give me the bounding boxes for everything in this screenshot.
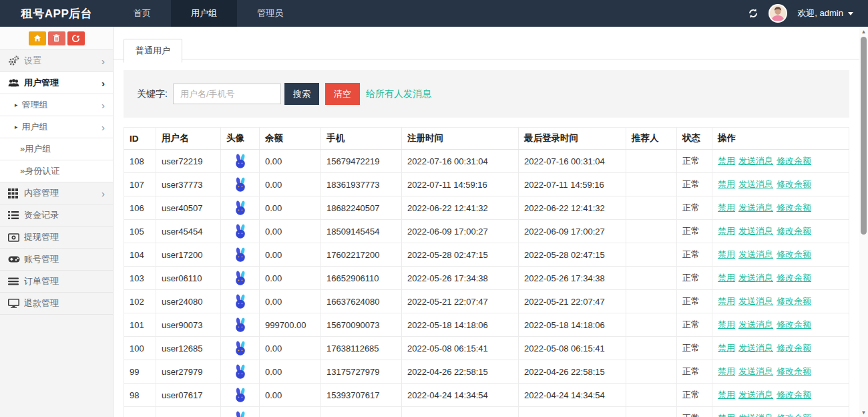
rabbit-avatar[interactable]: [233, 225, 248, 235]
nav-tab-home[interactable]: 首页: [114, 0, 171, 27]
cell-reg_time: 2022-05-08 06:15:41: [402, 337, 519, 360]
send-message-link[interactable]: 发送消息: [738, 390, 773, 400]
rabbit-avatar[interactable]: [233, 249, 248, 259]
cell-id: 104: [124, 243, 156, 267]
search-input[interactable]: [173, 84, 281, 104]
send-message-link[interactable]: 发送消息: [738, 319, 773, 329]
cell-username: user17200: [156, 243, 221, 267]
refund-management-icon: [8, 299, 24, 308]
sidebar-item-user-group-sub[interactable]: »用户组: [0, 138, 113, 160]
modify-balance-link[interactable]: 修改余额: [777, 179, 811, 189]
modify-balance-link[interactable]: 修改余额: [777, 156, 811, 166]
cell-username: user24080: [156, 290, 221, 313]
disable-link[interactable]: 禁用: [718, 343, 735, 353]
sidebar-item-content-management[interactable]: 内容管理›: [0, 182, 113, 204]
modify-balance-link[interactable]: 修改余额: [777, 273, 811, 283]
rabbit-avatar[interactable]: [233, 412, 248, 417]
disable-link[interactable]: 禁用: [718, 226, 735, 236]
cell-ops: 禁用发送消息修改余额: [712, 220, 849, 243]
table-row: 100user126850.00176381126852022-05-08 06…: [124, 337, 849, 360]
search-button[interactable]: 搜索: [284, 83, 319, 105]
sidebar-item-account-management[interactable]: 账号管理: [0, 249, 113, 271]
rabbit-avatar[interactable]: [233, 366, 248, 376]
nav-tab-user-group[interactable]: 用户组: [171, 0, 237, 27]
scroll-up-arrow[interactable]: ▲: [859, 27, 868, 36]
rabbit-avatar[interactable]: [233, 202, 248, 212]
home-icon[interactable]: [29, 31, 46, 45]
sidebar-item-user-management[interactable]: 用户管理›: [0, 72, 113, 94]
table-row: 105user454540.00185091454542022-06-09 17…: [124, 220, 849, 243]
send-message-link[interactable]: 发送消息: [738, 343, 773, 353]
welcome-text[interactable]: 欢迎, admin: [797, 7, 853, 19]
user-avatar[interactable]: [769, 4, 787, 23]
scrollbar-thumb[interactable]: [861, 37, 867, 235]
send-message-link[interactable]: 发送消息: [738, 202, 773, 213]
modify-balance-link[interactable]: 修改余额: [777, 249, 811, 259]
send-message-link[interactable]: 发送消息: [738, 366, 773, 376]
cell-reg_time: 2022-06-09 17:00:27: [402, 220, 519, 243]
cell-referrer: [626, 243, 677, 267]
modify-balance-link[interactable]: 修改余额: [777, 413, 811, 417]
search-panel: 关键字: 搜索 清空 给所有人发消息: [124, 70, 849, 118]
disable-link[interactable]: 禁用: [718, 366, 735, 376]
send-message-link[interactable]: 发送消息: [738, 156, 773, 166]
sidebar-item-user-group[interactable]: ▸用户组›: [0, 116, 113, 138]
modify-balance-link[interactable]: 修改余额: [777, 366, 811, 376]
send-message-link[interactable]: 发送消息: [738, 273, 773, 283]
disable-link[interactable]: 禁用: [718, 156, 735, 166]
sidebar-item-label: 订单管理: [24, 275, 59, 287]
rabbit-avatar[interactable]: [233, 389, 248, 399]
nav-tab-administrator[interactable]: 管理员: [237, 0, 303, 27]
vertical-scrollbar[interactable]: ▲ ▼: [859, 27, 868, 417]
refresh-icon[interactable]: [748, 8, 758, 19]
disable-link[interactable]: 禁用: [718, 319, 735, 329]
cell-reg_time: 2022-07-11 14:59:16: [402, 173, 519, 196]
modify-balance-link[interactable]: 修改余额: [777, 390, 811, 400]
modify-balance-link[interactable]: 修改余额: [777, 226, 811, 236]
send-message-link[interactable]: 发送消息: [738, 296, 773, 306]
main-nav: 首页用户组管理员: [114, 0, 303, 27]
cell-id: 107: [124, 173, 156, 196]
disable-link[interactable]: 禁用: [718, 273, 735, 283]
send-message-link[interactable]: 发送消息: [738, 179, 773, 189]
rabbit-avatar[interactable]: [233, 295, 248, 305]
rabbit-avatar[interactable]: [233, 319, 248, 329]
disable-link[interactable]: 禁用: [718, 249, 735, 259]
disable-link[interactable]: 禁用: [718, 296, 735, 306]
rabbit-avatar[interactable]: [233, 342, 248, 352]
sidebar-item-withdrawal-management[interactable]: 提现管理: [0, 227, 113, 249]
scroll-down-arrow[interactable]: ▼: [859, 408, 868, 417]
table-row: 107user377730.00183619377732022-07-11 14…: [124, 173, 849, 196]
modify-balance-link[interactable]: 修改余额: [777, 319, 811, 329]
cell-phone: 17638112685: [321, 337, 402, 360]
sidebar-item-admin-group[interactable]: ▸管理组›: [0, 94, 113, 116]
rabbit-avatar[interactable]: [233, 272, 248, 282]
tab-normal-users[interactable]: 普通用户: [124, 39, 182, 63]
disable-link[interactable]: 禁用: [718, 179, 735, 189]
sidebar-item-fund-records[interactable]: 资金记录: [0, 204, 113, 227]
sidebar-item-order-management[interactable]: 订单管理: [0, 271, 113, 293]
sidebar-item-identity-auth[interactable]: »身份认证: [0, 160, 113, 182]
cell-phone: 17602217200: [321, 243, 402, 267]
send-message-link[interactable]: 发送消息: [738, 226, 773, 236]
sidebar-item-settings[interactable]: 设置›: [0, 50, 113, 72]
rabbit-avatar[interactable]: [233, 155, 248, 165]
recycle-icon[interactable]: [67, 31, 85, 45]
cell-status: 正常: [677, 196, 712, 220]
send-message-link[interactable]: 发送消息: [738, 249, 773, 259]
disable-link[interactable]: 禁用: [718, 202, 735, 213]
send-message-link[interactable]: 发送消息: [738, 413, 773, 417]
trash-icon[interactable]: [48, 31, 65, 45]
rabbit-avatar[interactable]: [233, 178, 248, 188]
disable-link[interactable]: 禁用: [718, 390, 735, 400]
broadcast-message-link[interactable]: 给所有人发消息: [366, 88, 431, 100]
cell-status: 正常: [677, 220, 712, 243]
clear-button[interactable]: 清空: [325, 83, 360, 105]
cell-balance: 0.00: [260, 337, 321, 360]
cell-phone: 16652906110: [321, 267, 402, 290]
modify-balance-link[interactable]: 修改余额: [777, 202, 811, 213]
disable-link[interactable]: 禁用: [718, 413, 735, 417]
modify-balance-link[interactable]: 修改余额: [777, 343, 811, 353]
sidebar-item-refund-management[interactable]: 退款管理: [0, 293, 113, 315]
modify-balance-link[interactable]: 修改余额: [777, 296, 811, 306]
